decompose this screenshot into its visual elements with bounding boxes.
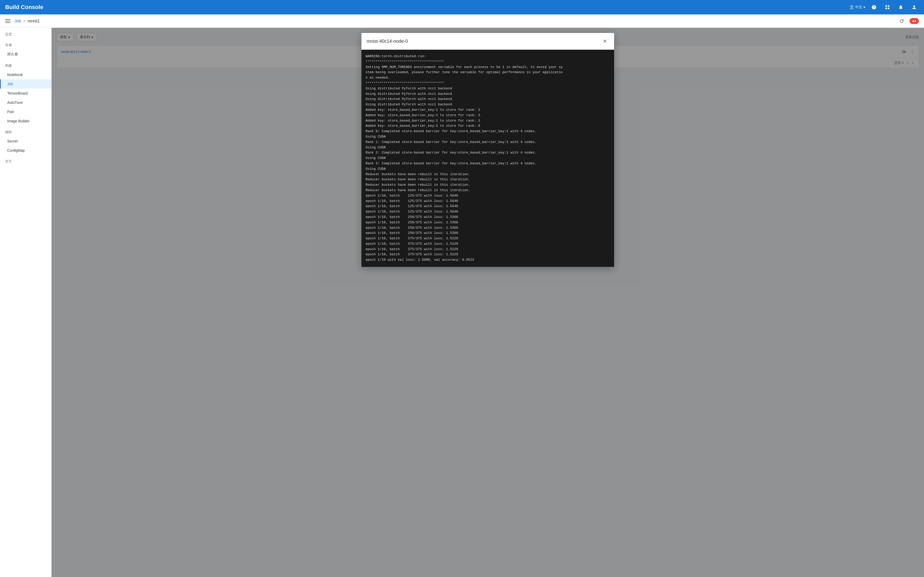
modal-header: mnist-40c14-node-0 ✕	[362, 33, 614, 50]
breadcrumb-job-link[interactable]: Job	[15, 19, 21, 23]
modal-backdrop: mnist-40c14-node-0 ✕ WARNING:torch.distr…	[52, 28, 924, 577]
translate-icon: 文	[850, 4, 854, 10]
bell-icon	[898, 5, 903, 10]
top-bar-left: Build Console	[5, 4, 43, 11]
breadcrumb-current: mnist1	[27, 19, 40, 23]
bell-button[interactable]	[896, 3, 905, 12]
console-output: WARNING:torch.distributed.run: *********…	[365, 54, 610, 263]
help-button[interactable]	[869, 3, 879, 12]
breadcrumb-separator: >	[23, 19, 26, 23]
sidebar-item-notebook[interactable]: Notebook	[0, 70, 51, 79]
sidebar-section-build: 构建	[0, 59, 51, 70]
close-icon: ✕	[603, 38, 607, 44]
modal-close-button[interactable]: ✕	[601, 37, 609, 45]
sidebar-section-overview: 总览	[0, 28, 51, 39]
modal-title: mnist-40c14-node-0	[367, 39, 408, 44]
sidebar-item-configmap[interactable]: ConfigMap	[0, 146, 51, 155]
sidebar-item-persistent-volume[interactable]: 持久卷	[0, 50, 51, 59]
refresh-icon	[899, 19, 905, 24]
sidebar-section-storage: 存储	[0, 39, 51, 50]
sidebar-item-autotune[interactable]: AutoTune	[0, 98, 51, 107]
chevron-down-icon: ▾	[863, 5, 865, 9]
sidebar-item-pod[interactable]: Pod	[0, 107, 51, 116]
breadcrumb-bar: Job > mnist1 ●●	[0, 15, 924, 28]
breadcrumb-bar-right: ●●	[897, 16, 919, 26]
hamburger-line-3	[5, 23, 10, 23]
app-title: Build Console	[5, 4, 43, 11]
grid-button[interactable]	[883, 3, 892, 12]
status-badge: ●●	[909, 18, 919, 24]
question-icon	[871, 5, 877, 10]
top-bar-right: 文 中文 ▾	[850, 3, 919, 12]
sidebar-item-tensorboard[interactable]: TensorBoard	[0, 89, 51, 98]
sidebar: 总览 存储 持久卷 构建 Notebook Job TensorBoard Au…	[0, 28, 52, 577]
refresh-button[interactable]	[897, 16, 906, 26]
sidebar-item-image-builder[interactable]: Image Builder	[0, 116, 51, 126]
hamburger-button[interactable]	[5, 19, 10, 23]
sidebar-item-secret[interactable]: Secret	[0, 137, 51, 146]
sidebar-section-about: 关于	[0, 155, 51, 166]
account-button[interactable]	[909, 3, 919, 12]
account-icon	[912, 5, 917, 10]
sidebar-item-job[interactable]: Job	[0, 79, 51, 89]
modal-body: WARNING:torch.distributed.run: *********…	[362, 50, 614, 267]
lang-label: 中文	[855, 5, 863, 10]
breadcrumb: Job > mnist1	[15, 19, 40, 23]
sidebar-section-assist: 辅助	[0, 126, 51, 137]
hamburger-line-1	[5, 19, 10, 20]
build-console-modal: mnist-40c14-node-0 ✕ WARNING:torch.distr…	[362, 33, 614, 267]
grid-icon	[885, 5, 890, 10]
top-bar: Build Console 文 中文 ▾	[0, 0, 924, 15]
language-selector[interactable]: 文 中文 ▾	[850, 4, 865, 10]
hamburger-line-2	[5, 21, 10, 21]
